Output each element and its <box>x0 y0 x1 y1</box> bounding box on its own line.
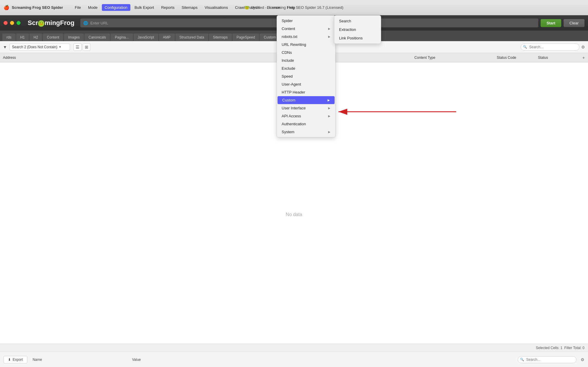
menu-item-exclude[interactable]: Exclude <box>277 64 335 72</box>
filter-total-label: Filter Total: <box>564 346 582 350</box>
menu-item-spider-label: Spider <box>282 19 293 23</box>
menu-item-custom-label: Custom <box>282 98 295 102</box>
maximize-button[interactable] <box>16 21 21 25</box>
column-add-button[interactable]: + <box>579 55 588 60</box>
tab-pagespeed[interactable]: PageSpeed <box>232 34 259 41</box>
menu-item-speed-label: Speed <box>282 74 293 79</box>
traffic-lights <box>4 21 21 25</box>
menu-item-http-header[interactable]: HTTP Header <box>277 88 335 96</box>
filter-label: Search 2 (Does Not Contain) <box>12 45 57 49</box>
column-status: Status <box>538 56 579 60</box>
menu-item-speed[interactable]: Speed <box>277 72 335 80</box>
search-input[interactable] <box>521 44 579 51</box>
menu-item-system-arrow-icon: ▶ <box>328 130 330 134</box>
menu-item-authentication-label: Authentication <box>282 122 306 126</box>
tab-h2[interactable]: H2 <box>29 34 42 41</box>
tab-sitemaps[interactable]: Sitemaps <box>209 34 232 41</box>
menu-item-api-access-label: API Access <box>282 114 301 118</box>
menu-item-include-label: Include <box>282 58 294 63</box>
menu-item-custom[interactable]: Custom ▶ <box>278 96 335 104</box>
menu-item-user-agent-label: User-Agent <box>282 82 301 86</box>
menu-item-url-rewriting[interactable]: URL Rewriting <box>277 41 335 49</box>
menu-item-user-interface[interactable]: User Interface ▶ <box>277 104 335 112</box>
submenu-item-link-positions[interactable]: Link Positions <box>334 34 381 42</box>
menu-item-api-access[interactable]: API Access ▶ <box>277 112 335 120</box>
export-label: Export <box>13 358 23 362</box>
bottom-search-wrap-inner <box>518 356 577 363</box>
bottom-search-wrap <box>518 356 577 363</box>
window-title-text: Untitled - Screaming Frog SEO Spider 16.… <box>251 5 343 10</box>
filter-icon: ▼ <box>3 45 7 49</box>
window-title: 🐸 Untitled - Screaming Frog SEO Spider 1… <box>245 5 343 10</box>
menu-item-system-label: System <box>282 130 294 134</box>
search-wrap <box>521 44 579 51</box>
menu-item-user-interface-label: User Interface <box>282 106 306 110</box>
custom-submenu[interactable]: Search Extraction Link Positions <box>334 15 381 44</box>
filter-settings-icon[interactable]: ⚙ <box>581 45 585 49</box>
menu-item-api-access-arrow-icon: ▶ <box>328 114 330 118</box>
close-button[interactable] <box>4 21 8 25</box>
apple-logo-icon[interactable]: 🍎 <box>4 5 9 10</box>
search-bar-right: ⚙ <box>521 44 585 51</box>
status-bar: Selected Cells: 1 Filter Total: 0 <box>0 343 588 352</box>
menu-visualisations[interactable]: Visualisations <box>202 4 231 11</box>
globe-icon: 🌐 <box>83 21 88 25</box>
menu-bulk-export[interactable]: Bulk Export <box>132 4 157 11</box>
menu-item-user-interface-arrow-icon: ▶ <box>328 106 330 110</box>
menu-item-cdns-label: CDNs <box>282 50 292 55</box>
menu-file[interactable]: File <box>72 4 84 11</box>
tab-rds[interactable]: rds <box>2 34 16 41</box>
menu-item-system[interactable]: System ▶ <box>277 128 335 136</box>
tree-view-icon[interactable]: ⊞ <box>83 43 90 51</box>
menu-item-spider[interactable]: Spider <box>277 17 335 25</box>
export-icon: ⬇ <box>8 358 11 362</box>
bottom-toolbar: ⬇ Export Name Value ⚙ <box>0 352 588 367</box>
column-status-code: Status Code <box>497 56 538 60</box>
bottom-filter-settings-icon[interactable]: ⚙ <box>581 357 584 362</box>
bottom-value-col-header: Value <box>132 358 515 362</box>
tab-structured-data[interactable]: Structured Data <box>175 34 208 41</box>
menu-item-custom-arrow-icon: ▶ <box>328 99 330 102</box>
config-dropdown[interactable]: Spider Content ▶ robots.txt ▶ URL Rewrit… <box>277 15 335 137</box>
tab-content[interactable]: Content <box>43 34 63 41</box>
menu-item-user-agent[interactable]: User-Agent <box>277 80 335 88</box>
menu-item-url-rewriting-label: URL Rewriting <box>282 42 306 47</box>
menu-item-cdns[interactable]: CDNs <box>277 49 335 56</box>
tab-javascript[interactable]: JavaScript <box>134 34 158 41</box>
filter-dropdown[interactable]: Search 2 (Does Not Contain) ▼ <box>9 44 70 51</box>
column-content-type: Content Type <box>414 56 497 60</box>
start-button[interactable]: Start <box>541 19 561 27</box>
menu-reports[interactable]: Reports <box>158 4 177 11</box>
menu-sitemaps[interactable]: Sitemaps <box>179 4 200 11</box>
bottom-search-input[interactable] <box>518 356 577 363</box>
tab-amp[interactable]: AMP <box>159 34 175 41</box>
app-window: 🍎 Screaming Frog SEO Spider File Mode Co… <box>0 0 588 367</box>
export-button[interactable]: ⬇ Export <box>4 356 27 363</box>
submenu-item-extraction[interactable]: Extraction <box>334 25 381 34</box>
menu-mode[interactable]: Mode <box>85 4 101 11</box>
menu-item-robots-label: robots.txt <box>282 34 297 39</box>
menu-item-include[interactable]: Include <box>277 56 335 64</box>
logo-area: Scr🐸mingFrog <box>28 19 74 27</box>
menu-item-content-label: Content <box>282 26 295 31</box>
selected-cells-count: 1 <box>560 346 562 350</box>
tab-h1[interactable]: H1 <box>16 34 29 41</box>
bottom-name-col-header: Name <box>30 358 130 362</box>
menu-item-authentication[interactable]: Authentication <box>277 120 335 128</box>
tab-images[interactable]: Images <box>64 34 84 41</box>
menu-item-http-header-label: HTTP Header <box>282 90 305 94</box>
minimize-button[interactable] <box>10 21 14 25</box>
submenu-item-search[interactable]: Search <box>334 17 381 25</box>
selected-cells-label: Selected Cells: <box>536 346 559 350</box>
menu-configuration[interactable]: Configuration <box>102 4 130 11</box>
app-name-label: Screaming Frog SEO Spider <box>12 5 63 10</box>
tab-pagination[interactable]: Pagina... <box>111 34 133 41</box>
tab-canonicals[interactable]: Canonicals <box>84 34 110 41</box>
clear-button[interactable]: Clear <box>564 19 584 27</box>
logo-text: Scr🐸mingFrog <box>28 19 74 27</box>
menu-item-content-arrow-icon: ▶ <box>328 27 330 30</box>
menu-item-robots[interactable]: robots.txt ▶ <box>277 33 335 41</box>
menu-item-content[interactable]: Content ▶ <box>277 25 335 33</box>
menu-item-robots-arrow-icon: ▶ <box>328 35 330 38</box>
list-view-icon[interactable]: ☰ <box>74 43 82 51</box>
